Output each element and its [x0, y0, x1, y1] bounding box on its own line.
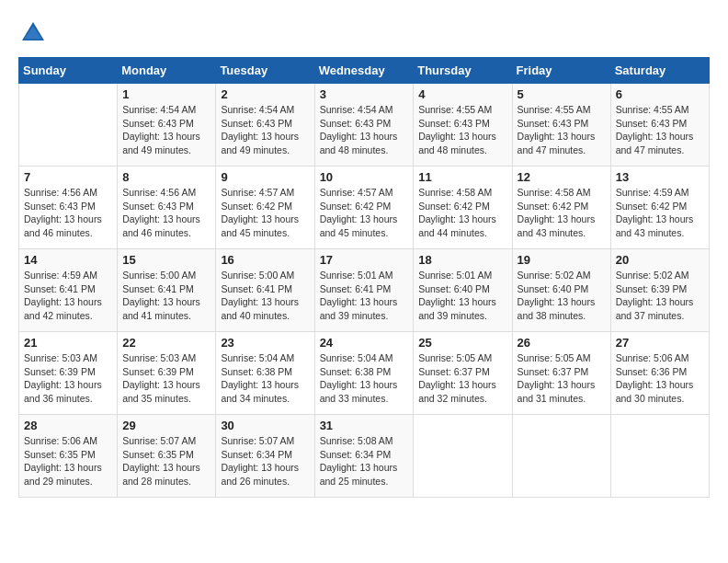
day-number: 19	[518, 253, 606, 267]
day-number: 9	[221, 170, 309, 184]
day-info: Sunrise: 5:07 AM Sunset: 6:34 PM Dayligh…	[221, 434, 309, 488]
calendar-cell: 29Sunrise: 5:07 AM Sunset: 6:35 PM Dayli…	[118, 415, 216, 498]
calendar-cell: 8Sunrise: 4:56 AM Sunset: 6:43 PM Daylig…	[118, 167, 216, 249]
calendar-row: 14Sunrise: 4:59 AM Sunset: 6:41 PM Dayli…	[19, 249, 710, 332]
calendar-cell: 18Sunrise: 5:01 AM Sunset: 6:40 PM Dayli…	[414, 249, 512, 332]
calendar-cell: 4Sunrise: 4:55 AM Sunset: 6:43 PM Daylig…	[414, 84, 512, 167]
logo-icon	[18, 18, 48, 48]
day-info: Sunrise: 5:02 AM Sunset: 6:40 PM Dayligh…	[518, 269, 606, 323]
calendar-cell: 21Sunrise: 5:03 AM Sunset: 6:39 PM Dayli…	[19, 332, 118, 415]
day-number: 18	[418, 253, 506, 267]
day-info: Sunrise: 5:07 AM Sunset: 6:35 PM Dayligh…	[122, 434, 210, 488]
day-info: Sunrise: 5:05 AM Sunset: 6:37 PM Dayligh…	[418, 351, 506, 406]
calendar-row: 21Sunrise: 5:03 AM Sunset: 6:39 PM Dayli…	[19, 332, 710, 415]
day-number: 10	[320, 170, 409, 184]
logo	[18, 18, 51, 48]
day-number: 17	[320, 253, 409, 267]
calendar-cell: 15Sunrise: 5:00 AM Sunset: 6:41 PM Dayli…	[118, 249, 216, 332]
day-number: 2	[221, 87, 309, 101]
header-cell-saturday: Saturday	[610, 58, 709, 84]
day-number: 15	[122, 253, 210, 267]
calendar-cell	[512, 415, 610, 498]
calendar-cell	[414, 415, 512, 498]
calendar-cell: 3Sunrise: 4:54 AM Sunset: 6:43 PM Daylig…	[314, 84, 414, 167]
day-info: Sunrise: 4:56 AM Sunset: 6:43 PM Dayligh…	[24, 186, 112, 240]
calendar-body: 1Sunrise: 4:54 AM Sunset: 6:43 PM Daylig…	[19, 84, 710, 498]
header-cell-thursday: Thursday	[414, 58, 512, 84]
day-number: 30	[221, 419, 309, 432]
header-cell-tuesday: Tuesday	[216, 58, 314, 84]
header-cell-sunday: Sunday	[19, 58, 118, 84]
day-number: 14	[24, 253, 112, 267]
calendar-header: SundayMondayTuesdayWednesdayThursdayFrid…	[19, 58, 710, 84]
day-info: Sunrise: 5:00 AM Sunset: 6:41 PM Dayligh…	[122, 269, 210, 323]
page-header	[18, 18, 710, 48]
calendar-cell: 31Sunrise: 5:08 AM Sunset: 6:34 PM Dayli…	[314, 415, 414, 498]
day-info: Sunrise: 4:59 AM Sunset: 6:42 PM Dayligh…	[616, 186, 704, 240]
calendar-cell: 20Sunrise: 5:02 AM Sunset: 6:39 PM Dayli…	[610, 249, 709, 332]
day-number: 24	[320, 336, 409, 350]
day-number: 6	[616, 87, 704, 101]
header-cell-monday: Monday	[118, 58, 216, 84]
day-number: 21	[24, 336, 112, 350]
day-number: 12	[518, 170, 606, 184]
calendar-cell: 30Sunrise: 5:07 AM Sunset: 6:34 PM Dayli…	[216, 415, 314, 498]
calendar-row: 7Sunrise: 4:56 AM Sunset: 6:43 PM Daylig…	[19, 167, 710, 249]
day-number: 5	[518, 87, 606, 101]
day-number: 25	[418, 336, 506, 350]
day-info: Sunrise: 5:04 AM Sunset: 6:38 PM Dayligh…	[320, 351, 409, 406]
day-info: Sunrise: 5:06 AM Sunset: 6:36 PM Dayligh…	[616, 351, 704, 406]
day-number: 23	[221, 336, 309, 350]
day-info: Sunrise: 4:58 AM Sunset: 6:42 PM Dayligh…	[518, 186, 606, 240]
day-number: 11	[418, 170, 506, 184]
day-info: Sunrise: 5:08 AM Sunset: 6:34 PM Dayligh…	[320, 434, 409, 488]
calendar-cell: 28Sunrise: 5:06 AM Sunset: 6:35 PM Dayli…	[19, 415, 118, 498]
day-info: Sunrise: 5:01 AM Sunset: 6:40 PM Dayligh…	[418, 269, 506, 323]
calendar-cell: 9Sunrise: 4:57 AM Sunset: 6:42 PM Daylig…	[216, 167, 314, 249]
calendar-cell: 27Sunrise: 5:06 AM Sunset: 6:36 PM Dayli…	[610, 332, 709, 415]
calendar-cell: 26Sunrise: 5:05 AM Sunset: 6:37 PM Dayli…	[512, 332, 610, 415]
day-info: Sunrise: 5:03 AM Sunset: 6:39 PM Dayligh…	[122, 351, 210, 406]
calendar-cell: 5Sunrise: 4:55 AM Sunset: 6:43 PM Daylig…	[512, 84, 610, 167]
calendar-cell: 2Sunrise: 4:54 AM Sunset: 6:43 PM Daylig…	[216, 84, 314, 167]
calendar-cell: 7Sunrise: 4:56 AM Sunset: 6:43 PM Daylig…	[19, 167, 118, 249]
day-number: 8	[122, 170, 210, 184]
calendar-cell: 1Sunrise: 4:54 AM Sunset: 6:43 PM Daylig…	[118, 84, 216, 167]
calendar-cell	[19, 84, 118, 167]
day-info: Sunrise: 5:01 AM Sunset: 6:41 PM Dayligh…	[320, 269, 409, 323]
calendar-cell: 13Sunrise: 4:59 AM Sunset: 6:42 PM Dayli…	[610, 167, 709, 249]
day-number: 27	[616, 336, 704, 350]
header-row: SundayMondayTuesdayWednesdayThursdayFrid…	[19, 58, 710, 84]
day-number: 4	[418, 87, 506, 101]
header-cell-wednesday: Wednesday	[314, 58, 414, 84]
day-number: 20	[616, 253, 704, 267]
calendar-cell	[610, 415, 709, 498]
calendar-cell: 11Sunrise: 4:58 AM Sunset: 6:42 PM Dayli…	[414, 167, 512, 249]
calendar-cell: 22Sunrise: 5:03 AM Sunset: 6:39 PM Dayli…	[118, 332, 216, 415]
day-info: Sunrise: 4:54 AM Sunset: 6:43 PM Dayligh…	[122, 103, 210, 157]
day-info: Sunrise: 5:02 AM Sunset: 6:39 PM Dayligh…	[616, 269, 704, 323]
day-number: 3	[320, 87, 409, 101]
calendar-cell: 14Sunrise: 4:59 AM Sunset: 6:41 PM Dayli…	[19, 249, 118, 332]
calendar-cell: 12Sunrise: 4:58 AM Sunset: 6:42 PM Dayli…	[512, 167, 610, 249]
day-info: Sunrise: 4:57 AM Sunset: 6:42 PM Dayligh…	[320, 186, 409, 240]
day-info: Sunrise: 5:00 AM Sunset: 6:41 PM Dayligh…	[221, 269, 309, 323]
day-info: Sunrise: 5:06 AM Sunset: 6:35 PM Dayligh…	[24, 434, 112, 488]
calendar-table: SundayMondayTuesdayWednesdayThursdayFrid…	[18, 57, 710, 498]
calendar-cell: 19Sunrise: 5:02 AM Sunset: 6:40 PM Dayli…	[512, 249, 610, 332]
calendar-cell: 24Sunrise: 5:04 AM Sunset: 6:38 PM Dayli…	[314, 332, 414, 415]
day-info: Sunrise: 4:54 AM Sunset: 6:43 PM Dayligh…	[320, 103, 409, 157]
day-number: 28	[24, 419, 112, 432]
day-info: Sunrise: 4:55 AM Sunset: 6:43 PM Dayligh…	[518, 103, 606, 157]
day-info: Sunrise: 4:55 AM Sunset: 6:43 PM Dayligh…	[616, 103, 704, 157]
calendar-cell: 6Sunrise: 4:55 AM Sunset: 6:43 PM Daylig…	[610, 84, 709, 167]
calendar-row: 1Sunrise: 4:54 AM Sunset: 6:43 PM Daylig…	[19, 84, 710, 167]
day-info: Sunrise: 4:58 AM Sunset: 6:42 PM Dayligh…	[418, 186, 506, 240]
calendar-row: 28Sunrise: 5:06 AM Sunset: 6:35 PM Dayli…	[19, 415, 710, 498]
day-info: Sunrise: 4:56 AM Sunset: 6:43 PM Dayligh…	[122, 186, 210, 240]
calendar-cell: 23Sunrise: 5:04 AM Sunset: 6:38 PM Dayli…	[216, 332, 314, 415]
day-info: Sunrise: 4:57 AM Sunset: 6:42 PM Dayligh…	[221, 186, 309, 240]
day-number: 26	[518, 336, 606, 350]
day-number: 1	[122, 87, 210, 101]
day-number: 7	[24, 170, 112, 184]
